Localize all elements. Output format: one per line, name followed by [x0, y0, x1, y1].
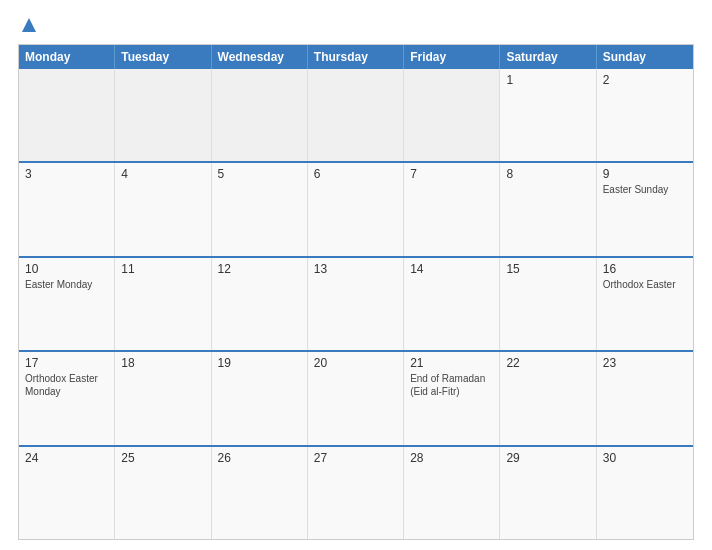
day-cell	[115, 69, 211, 161]
day-cell: 15	[500, 258, 596, 350]
day-cell: 6	[308, 163, 404, 255]
day-number: 12	[218, 262, 301, 276]
day-number: 7	[410, 167, 493, 181]
day-number: 19	[218, 356, 301, 370]
day-header-monday: Monday	[19, 45, 115, 69]
day-cell	[404, 69, 500, 161]
day-cell: 10Easter Monday	[19, 258, 115, 350]
logo	[18, 16, 38, 34]
week-row-5: 24252627282930	[19, 445, 693, 539]
day-cell: 30	[597, 447, 693, 539]
day-cell: 13	[308, 258, 404, 350]
day-number: 30	[603, 451, 687, 465]
day-number: 18	[121, 356, 204, 370]
day-cell: 8	[500, 163, 596, 255]
day-number: 15	[506, 262, 589, 276]
day-cell: 4	[115, 163, 211, 255]
day-headers-row: MondayTuesdayWednesdayThursdayFridaySatu…	[19, 45, 693, 69]
day-header-tuesday: Tuesday	[115, 45, 211, 69]
week-row-3: 10Easter Monday111213141516Orthodox East…	[19, 256, 693, 350]
day-number: 26	[218, 451, 301, 465]
day-number: 13	[314, 262, 397, 276]
day-number: 24	[25, 451, 108, 465]
day-number: 9	[603, 167, 687, 181]
day-header-sunday: Sunday	[597, 45, 693, 69]
day-cell: 23	[597, 352, 693, 444]
day-number: 17	[25, 356, 108, 370]
day-cell: 5	[212, 163, 308, 255]
calendar-page: MondayTuesdayWednesdayThursdayFridaySatu…	[0, 0, 712, 550]
day-number: 8	[506, 167, 589, 181]
day-cell	[212, 69, 308, 161]
day-header-saturday: Saturday	[500, 45, 596, 69]
day-cell: 17Orthodox Easter Monday	[19, 352, 115, 444]
day-number: 5	[218, 167, 301, 181]
day-header-friday: Friday	[404, 45, 500, 69]
day-number: 27	[314, 451, 397, 465]
holiday-name: Orthodox Easter Monday	[25, 372, 108, 398]
logo-icon	[20, 16, 38, 34]
day-number: 25	[121, 451, 204, 465]
calendar-grid: MondayTuesdayWednesdayThursdayFridaySatu…	[18, 44, 694, 540]
day-number: 4	[121, 167, 204, 181]
day-header-thursday: Thursday	[308, 45, 404, 69]
day-cell: 2	[597, 69, 693, 161]
day-cell: 1	[500, 69, 596, 161]
week-row-1: 12	[19, 69, 693, 161]
day-cell: 22	[500, 352, 596, 444]
day-number: 29	[506, 451, 589, 465]
day-number: 16	[603, 262, 687, 276]
day-number: 6	[314, 167, 397, 181]
day-number: 23	[603, 356, 687, 370]
day-cell: 14	[404, 258, 500, 350]
week-row-2: 3456789Easter Sunday	[19, 161, 693, 255]
day-header-wednesday: Wednesday	[212, 45, 308, 69]
day-number: 1	[506, 73, 589, 87]
week-row-4: 17Orthodox Easter Monday18192021End of R…	[19, 350, 693, 444]
day-number: 11	[121, 262, 204, 276]
day-cell: 21End of Ramadan (Eid al-Fitr)	[404, 352, 500, 444]
holiday-name: Orthodox Easter	[603, 278, 687, 291]
day-cell: 12	[212, 258, 308, 350]
day-cell: 24	[19, 447, 115, 539]
day-cell: 25	[115, 447, 211, 539]
day-cell: 9Easter Sunday	[597, 163, 693, 255]
day-cell: 7	[404, 163, 500, 255]
day-number: 2	[603, 73, 687, 87]
weeks-container: 123456789Easter Sunday10Easter Monday111…	[19, 69, 693, 539]
day-cell: 11	[115, 258, 211, 350]
day-cell	[308, 69, 404, 161]
day-number: 21	[410, 356, 493, 370]
day-number: 20	[314, 356, 397, 370]
day-cell: 26	[212, 447, 308, 539]
svg-marker-0	[22, 18, 36, 32]
holiday-name: Easter Sunday	[603, 183, 687, 196]
day-cell: 20	[308, 352, 404, 444]
day-number: 14	[410, 262, 493, 276]
day-cell: 16Orthodox Easter	[597, 258, 693, 350]
day-cell: 27	[308, 447, 404, 539]
day-cell: 29	[500, 447, 596, 539]
day-number: 28	[410, 451, 493, 465]
day-number: 3	[25, 167, 108, 181]
holiday-name: End of Ramadan (Eid al-Fitr)	[410, 372, 493, 398]
day-cell: 3	[19, 163, 115, 255]
day-cell: 19	[212, 352, 308, 444]
day-number: 10	[25, 262, 108, 276]
day-cell: 28	[404, 447, 500, 539]
header	[18, 16, 694, 34]
day-cell	[19, 69, 115, 161]
holiday-name: Easter Monday	[25, 278, 108, 291]
day-cell: 18	[115, 352, 211, 444]
day-number: 22	[506, 356, 589, 370]
